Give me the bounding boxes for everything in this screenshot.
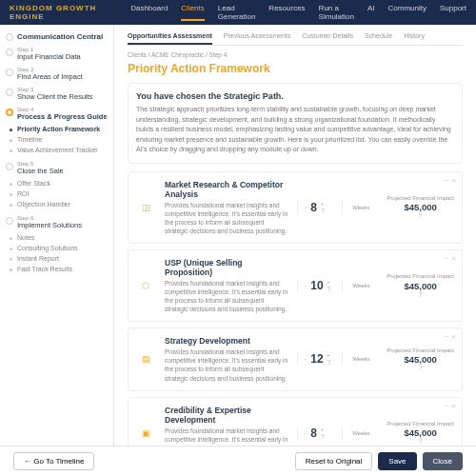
step-active-dot xyxy=(6,109,13,116)
impact-value: $45,000 xyxy=(387,202,454,212)
footer-bar: ← Go To Timeline Reset to Original Save … xyxy=(0,446,476,476)
nav-clients[interactable]: Clients xyxy=(181,4,204,21)
close-icon[interactable]: × xyxy=(451,402,456,410)
weeks-value: 8 xyxy=(310,201,317,214)
sidebar-subitem[interactable]: Notes xyxy=(17,232,108,243)
minimize-icon[interactable]: − xyxy=(445,332,449,341)
plus-icon[interactable]: + xyxy=(327,352,331,358)
step-dot xyxy=(6,217,13,225)
step-dot xyxy=(6,89,13,96)
action-card[interactable]: −× ▤ Strategy Development Provides found… xyxy=(128,327,463,390)
sidebar-subitem[interactable]: Value Achievement Tracker xyxy=(17,145,108,155)
save-button[interactable]: Save xyxy=(378,452,416,470)
help-icon[interactable]: ? xyxy=(387,212,454,219)
weeks-stepper[interactable]: − 8 +? xyxy=(297,426,343,440)
minus-icon[interactable]: − xyxy=(304,356,307,362)
sidebar-step[interactable]: Close the Sale xyxy=(17,167,64,175)
help-icon[interactable]: ? xyxy=(327,359,331,366)
sidebar-step[interactable]: Process & Progress Guide xyxy=(17,112,108,121)
impact-label: Projected Financial Impact xyxy=(387,421,454,427)
weeks-stepper[interactable]: − 12 +? xyxy=(297,352,343,366)
sidebar-subitem[interactable]: Objection Handler xyxy=(17,199,108,209)
impact-value: $45,000 xyxy=(387,354,454,365)
nav-run-a-simulation[interactable]: Run a Simulation xyxy=(319,4,354,21)
card-title: Credibility & Expertise Development xyxy=(165,406,288,425)
page-title: Priority Action Framework xyxy=(128,62,463,75)
plus-icon[interactable]: + xyxy=(321,201,325,207)
sidebar-subitem[interactable]: Consulting Solutions xyxy=(17,243,108,253)
sidebar-title: Communication Central xyxy=(6,32,108,41)
sidebar-subitem[interactable]: Offer Stack xyxy=(17,178,108,188)
card-title: Market Research & Competitor Analysis xyxy=(165,180,288,199)
sidebar: Communication Central Step 1Input Financ… xyxy=(0,25,114,476)
intro-box: You have chosen the Strategic Path. The … xyxy=(128,83,463,164)
card-icon: ▣ xyxy=(136,424,155,443)
nav-lead-generation[interactable]: Lead Generation xyxy=(218,4,256,21)
minimize-icon[interactable]: − xyxy=(445,254,449,263)
sidebar-step[interactable]: Input Financial Data xyxy=(17,52,81,61)
tab-opportunities-assessment[interactable]: Opportunities Assessment xyxy=(128,32,212,45)
sidebar-subitem[interactable]: Instant Report xyxy=(17,253,108,264)
step-dot xyxy=(6,49,13,56)
help-icon[interactable]: ? xyxy=(387,365,454,371)
top-nav: KINGDOM GROWTH ENGINE DashboardClientsLe… xyxy=(0,0,476,25)
tab-schedule[interactable]: Schedule xyxy=(365,32,392,45)
sidebar-subitem[interactable]: Timeline xyxy=(17,134,108,145)
step-dot xyxy=(6,163,13,170)
reset-button[interactable]: Reset to Original xyxy=(295,452,373,470)
tab-customer-details[interactable]: Customer Details xyxy=(302,32,353,45)
weeks-unit: Weeks xyxy=(352,283,369,288)
sidebar-subitem[interactable]: ROI xyxy=(17,188,108,199)
help-icon[interactable]: ? xyxy=(321,208,325,214)
weeks-stepper[interactable]: − 10 +? xyxy=(297,279,343,292)
nav-support[interactable]: Support xyxy=(440,4,466,21)
close-button[interactable]: Close xyxy=(423,452,463,470)
sidebar-step[interactable]: Implement Solutions xyxy=(17,221,82,229)
minus-icon[interactable]: − xyxy=(304,205,307,210)
card-title: USP (Unique Selling Proposition) xyxy=(165,258,288,277)
minus-icon[interactable]: − xyxy=(304,430,307,436)
tab-history[interactable]: History xyxy=(404,32,425,45)
main-content: Opportunities AssessmentPrevious Assessm… xyxy=(114,25,476,476)
minus-icon[interactable]: − xyxy=(304,283,307,288)
help-icon[interactable]: ? xyxy=(387,291,454,298)
help-icon[interactable]: ? xyxy=(321,433,325,440)
sidebar-step[interactable]: Find Areas of Impact xyxy=(17,72,83,81)
nav-resources[interactable]: Resources xyxy=(268,4,305,21)
step-dot xyxy=(6,69,13,76)
minimize-icon[interactable]: − xyxy=(445,402,449,410)
close-icon[interactable]: × xyxy=(451,176,456,185)
plus-icon[interactable]: + xyxy=(321,426,325,432)
tab-previous-assessments[interactable]: Previous Assessments xyxy=(224,32,290,45)
card-desc: Provides foundational market insights an… xyxy=(165,279,288,313)
sidebar-step[interactable]: Show Client the Results xyxy=(17,92,93,101)
nav-ai[interactable]: AI xyxy=(367,4,375,21)
plus-icon[interactable]: + xyxy=(327,279,331,285)
close-icon[interactable]: × xyxy=(451,254,456,263)
sidebar-subitem[interactable]: Priority Action Framework xyxy=(17,124,108,134)
weeks-unit: Weeks xyxy=(352,430,369,436)
help-icon[interactable]: ? xyxy=(387,438,454,445)
weeks-value: 12 xyxy=(310,352,323,366)
impact-value: $45,000 xyxy=(387,281,454,291)
card-icon: ⬡ xyxy=(136,276,155,295)
weeks-unit: Weeks xyxy=(352,356,369,362)
intro-text: The strategic approach prioritizes long-… xyxy=(136,105,454,155)
weeks-stepper[interactable]: − 8 +? xyxy=(297,201,343,214)
minimize-icon[interactable]: − xyxy=(445,176,449,185)
card-desc: Provides foundational market insights an… xyxy=(165,201,288,235)
logo: KINGDOM GROWTH ENGINE xyxy=(10,4,111,21)
impact-label: Projected Financial Impact xyxy=(387,347,454,354)
help-icon[interactable]: ? xyxy=(327,286,331,292)
action-card[interactable]: −× ◫ Market Research & Competitor Analys… xyxy=(128,171,463,244)
weeks-unit: Weeks xyxy=(352,205,369,210)
go-to-timeline-button[interactable]: ← Go To Timeline xyxy=(13,452,94,470)
card-title: Strategy Development xyxy=(165,336,288,346)
nav-community[interactable]: Community xyxy=(388,4,426,21)
sidebar-subitem[interactable]: Fast Track Results xyxy=(17,264,108,274)
tabs: Opportunities AssessmentPrevious Assessm… xyxy=(128,32,463,46)
nav-dashboard[interactable]: Dashboard xyxy=(130,4,168,21)
action-card[interactable]: −× ⬡ USP (Unique Selling Proposition) Pr… xyxy=(128,249,463,322)
close-icon[interactable]: × xyxy=(451,332,456,341)
impact-label: Projected Financial Impact xyxy=(387,273,454,280)
